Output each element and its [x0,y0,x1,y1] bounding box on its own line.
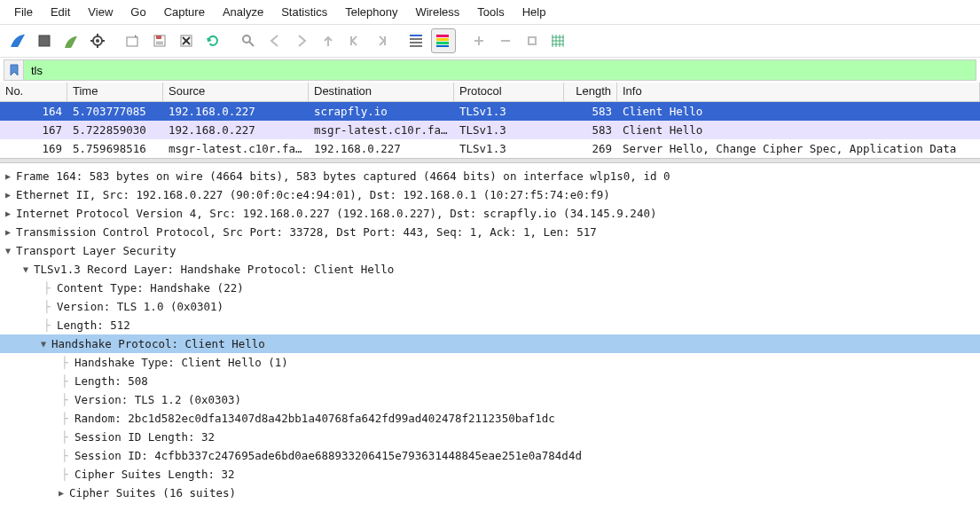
cell-time: 5.759698516 [67,139,163,158]
expand-toggle[interactable]: ▶ [2,204,14,223]
tree-record-version[interactable]: Version: TLS 1.0 (0x0301) [55,297,225,316]
cell-info: Client Hello [617,102,980,121]
tree-content-type[interactable]: Content Type: Handshake (22) [55,279,246,297]
expand-toggle[interactable]: ▶ [2,223,14,241]
zoom-in-icon[interactable] [466,28,491,53]
stop-icon[interactable] [32,28,57,53]
column-header-length[interactable]: Length [564,83,617,101]
save-icon[interactable] [147,28,172,53]
zoom-out-icon[interactable] [493,28,518,53]
packet-list[interactable]: 164 5.703777085 192.168.0.227 scrapfly.i… [0,102,980,158]
svg-rect-22 [436,38,449,41]
menu-telephony[interactable]: Telephony [336,2,406,22]
autoscroll-icon[interactable] [404,28,429,53]
back-icon[interactable] [263,28,287,53]
reload-icon[interactable] [200,28,225,53]
packet-row[interactable]: 167 5.722859030 192.168.0.227 msgr-lates… [0,121,980,139]
svg-rect-11 [156,43,163,44]
menu-edit[interactable]: Edit [42,2,79,22]
tree-session-id[interactable]: Session ID: 4cfbb337c247695ade6bd0ae6889… [73,446,584,465]
svg-rect-7 [127,37,137,46]
tree-handshake-length[interactable]: Length: 508 [73,372,150,390]
packet-details-tree[interactable]: ▶Frame 164: 583 bytes on wire (4664 bits… [0,163,980,519]
svg-rect-0 [39,35,50,46]
svg-rect-23 [436,42,449,44]
first-icon[interactable] [342,28,367,53]
resize-cols-icon[interactable] [546,28,571,53]
column-header-time[interactable]: Time [67,83,163,101]
options-icon[interactable] [85,28,110,53]
menu-capture[interactable]: Capture [155,2,214,22]
tree-record-length[interactable]: Length: 512 [55,316,132,334]
tree-cipher-suites[interactable]: Cipher Suites (16 suites) [67,484,238,502]
column-header-protocol[interactable]: Protocol [454,83,564,101]
zoom-reset-icon[interactable] [520,28,545,53]
goto-icon[interactable] [316,28,341,53]
open-icon[interactable] [121,28,145,53]
tree-ethernet[interactable]: Ethernet II, Src: 192.168.0.227 (90:0f:0… [14,185,612,204]
svg-rect-17 [410,35,422,36]
filter-bookmark-icon[interactable] [4,60,24,80]
tree-handshake-version[interactable]: Version: TLS 1.2 (0x0303) [73,390,243,409]
tree-cipher-suites-length[interactable]: Cipher Suites Length: 32 [73,465,237,484]
menu-help[interactable]: Help [514,2,555,22]
packet-row[interactable]: 164 5.703777085 192.168.0.227 scrapfly.i… [0,102,980,121]
display-filter-input[interactable] [24,62,976,79]
tree-record-layer[interactable]: TLSv1.3 Record Layer: Handshake Protocol… [32,260,396,279]
last-icon[interactable] [369,28,394,53]
column-header-info[interactable]: Info [617,83,980,101]
cell-info: Server Hello, Change Cipher Spec, Applic… [617,139,980,158]
cell-protocol: TLSv1.3 [454,139,564,158]
menu-wireless[interactable]: Wireless [406,2,468,22]
expand-toggle[interactable]: ▶ [55,484,67,502]
cell-no: 167 [0,121,67,139]
tree-ip[interactable]: Internet Protocol Version 4, Src: 192.16… [14,204,658,223]
display-filter-bar [4,59,976,81]
menu-go[interactable]: Go [122,2,154,22]
cell-no: 169 [0,139,67,158]
column-header-source[interactable]: Source [163,83,309,101]
packet-row[interactable]: 169 5.759698516 msgr-latest.c10r.fa… 192… [0,139,980,158]
cell-info: Client Hello [617,121,980,139]
expand-toggle[interactable]: ▶ [2,167,14,185]
collapse-toggle[interactable]: ▼ [20,260,32,279]
forward-icon[interactable] [289,28,314,53]
cell-destination: 192.168.0.227 [309,139,454,158]
menu-analyze[interactable]: Analyze [214,2,272,22]
expand-toggle[interactable]: ▶ [2,185,14,204]
restart-capture-icon[interactable] [59,28,83,53]
packet-list-header: No. Time Source Destination Protocol Len… [0,83,980,102]
tree-tcp[interactable]: Transmission Control Protocol, Src Port:… [14,223,599,241]
svg-point-2 [96,39,99,43]
cell-source: msgr-latest.c10r.fa… [163,139,309,158]
column-header-no[interactable]: No. [0,83,67,101]
collapse-toggle[interactable]: ▼ [2,241,14,260]
menu-statistics[interactable]: Statistics [272,2,336,22]
find-icon[interactable] [236,28,261,53]
tree-session-id-length[interactable]: Session ID Length: 32 [73,428,216,446]
svg-rect-9 [156,35,161,39]
menu-tools[interactable]: Tools [468,2,513,22]
svg-rect-24 [436,45,449,47]
tree-random[interactable]: Random: 2bc1d582ec0dfa13407d8a42bb1a4076… [73,409,557,428]
cell-length: 583 [564,121,617,139]
menu-file[interactable]: File [5,2,42,22]
colorize-icon[interactable] [431,28,456,53]
cell-time: 5.722859030 [67,121,163,139]
svg-rect-28 [529,37,536,44]
svg-rect-18 [410,38,422,40]
svg-rect-10 [156,42,163,43]
collapse-toggle[interactable]: ▼ [37,334,50,353]
svg-rect-21 [436,35,449,37]
cell-length: 269 [564,139,617,158]
menu-view[interactable]: View [79,2,122,22]
tree-handshake-protocol[interactable]: Handshake Protocol: Client Hello [50,334,267,353]
tree-frame[interactable]: Frame 164: 583 bytes on wire (4664 bits)… [14,167,672,185]
cell-destination: msgr-latest.c10r.fa… [309,121,454,139]
cell-time: 5.703777085 [67,102,163,121]
tree-handshake-type[interactable]: Handshake Type: Client Hello (1) [73,353,290,372]
tree-tls[interactable]: Transport Layer Security [14,241,178,260]
column-header-destination[interactable]: Destination [309,83,454,101]
close-icon[interactable] [174,28,199,53]
shark-fin-icon[interactable] [5,28,30,53]
